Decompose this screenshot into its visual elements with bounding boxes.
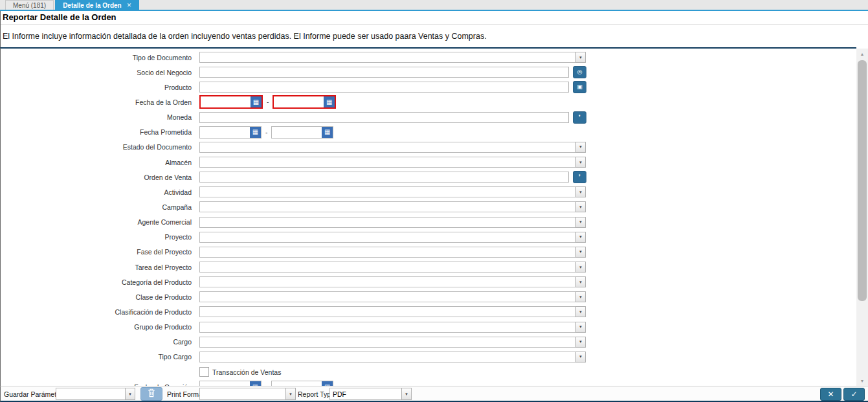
transaccion-de-ventas-checkbox[interactable] (199, 367, 209, 377)
chevron-down-icon[interactable]: ▼ (575, 322, 586, 333)
cancel-button[interactable]: ✕ (820, 388, 841, 401)
chevron-down-icon[interactable]: ▼ (575, 157, 586, 168)
tipo-de-documento-input[interactable] (199, 52, 575, 63)
field-area-transaccion-de-ventas: Transacción de Ventas (199, 367, 281, 377)
calendar-icon[interactable]: ▦ (324, 96, 335, 107)
tarea-del-proyecto-combobox[interactable]: ▼ (199, 262, 586, 273)
process-header: Reportar Detalle de la Orden El Informe … (0, 11, 868, 47)
campana-input[interactable] (199, 201, 575, 212)
almacen-input[interactable] (199, 157, 575, 168)
fecha-de-creacion-to-date-input[interactable] (272, 381, 322, 386)
proyecto-input[interactable] (199, 232, 575, 243)
agente-comercial-combobox[interactable]: ▼ (199, 217, 586, 228)
socio-del-negocio-input[interactable] (199, 67, 569, 78)
calendar-icon[interactable]: ▦ (250, 96, 262, 107)
field-area-agente-comercial: ▼ (199, 217, 586, 228)
calendar-icon[interactable]: ▦ (322, 127, 333, 138)
clase-de-producto-combobox[interactable]: ▼ (199, 291, 586, 302)
print-format-combobox[interactable]: ▼ (199, 388, 296, 400)
field-area-almacen: ▼ (199, 157, 586, 168)
clase-de-producto-input[interactable] (199, 291, 575, 302)
fecha-de-la-orden-to-date-input[interactable] (274, 96, 324, 107)
tab-menu[interactable]: Menú (181) (5, 0, 54, 10)
fecha-de-la-orden-from-date-input[interactable] (201, 96, 250, 107)
tipo-cargo-input[interactable] (199, 352, 575, 363)
scrollbar-thumb[interactable] (858, 60, 867, 301)
tab-detalle-de-la-orden[interactable]: Detalle de la Orden ✕ (55, 0, 139, 10)
chevron-down-icon[interactable]: ▼ (575, 262, 586, 273)
field-label-campana: Campaña (1, 203, 199, 211)
vertical-scrollbar[interactable]: ▲ ▼ (856, 49, 868, 386)
actividad-combobox[interactable]: ▼ (199, 186, 586, 197)
ok-button[interactable]: ✓ (843, 388, 865, 401)
categoria-del-producto-input[interactable] (199, 276, 575, 287)
product-info-icon[interactable]: ▣ (573, 81, 586, 93)
report-type-input[interactable] (329, 388, 401, 400)
field-area-fase-del-proyecto: ▼ (199, 247, 586, 258)
calendar-icon[interactable]: ▦ (322, 381, 333, 386)
tipo-de-documento-combobox[interactable]: ▼ (199, 52, 586, 63)
field-label-estado-del-documento: Estado del Documento (1, 143, 199, 151)
categoria-del-producto-combobox[interactable]: ▼ (199, 276, 586, 287)
chevron-down-icon[interactable]: ▼ (575, 201, 586, 212)
cargo-input[interactable] (199, 337, 575, 348)
clasificacion-de-producto-input[interactable] (199, 306, 575, 317)
almacen-combobox[interactable]: ▼ (199, 157, 586, 168)
field-label-orden-de-venta: Orden de Venta (1, 173, 199, 181)
chevron-down-icon[interactable]: ▼ (575, 186, 586, 197)
close-icon[interactable]: ✕ (127, 2, 132, 8)
parameter-row-fecha-de-la-orden: Fecha de la Orden▦-▦ (1, 95, 856, 109)
fase-del-proyecto-input[interactable] (199, 247, 575, 258)
save-parameter-combobox[interactable]: ▼ (56, 388, 135, 400)
chevron-down-icon[interactable]: ▼ (575, 276, 586, 287)
parameter-row-campana: Campaña▼ (1, 199, 856, 214)
clasificacion-de-producto-combobox[interactable]: ▼ (199, 306, 586, 317)
print-format-input[interactable] (199, 388, 285, 400)
grupo-de-producto-combobox[interactable]: ▼ (199, 322, 586, 333)
orden-de-venta-input[interactable] (199, 172, 569, 183)
fase-del-proyecto-combobox[interactable]: ▼ (199, 247, 586, 258)
fecha-de-creacion-from-date-input[interactable] (200, 381, 250, 386)
field-label-categoria-del-producto: Categoría del Producto (1, 278, 199, 286)
delete-parameter-button[interactable] (140, 387, 162, 401)
fecha-prometida-to-date-input[interactable] (272, 127, 322, 138)
fecha-prometida-from-date-input[interactable] (200, 127, 250, 138)
actividad-input[interactable] (199, 186, 575, 197)
chevron-down-icon[interactable]: ▼ (575, 352, 586, 363)
record-search-icon[interactable]: ◎ (573, 66, 586, 78)
chevron-down-icon[interactable]: ▼ (575, 52, 586, 63)
tarea-del-proyecto-input[interactable] (199, 262, 575, 273)
scroll-up-icon[interactable]: ▲ (856, 49, 868, 59)
parameter-row-clasificacion-de-producto: Clasificación de Producto▼ (1, 304, 856, 319)
field-area-orden-de-venta: ❜ (199, 171, 586, 183)
cargo-combobox[interactable]: ▼ (199, 337, 586, 348)
tipo-cargo-combobox[interactable]: ▼ (199, 352, 586, 363)
search-icon[interactable]: ❜ (573, 111, 586, 124)
chevron-down-icon[interactable]: ▼ (575, 247, 586, 258)
save-parameter-input[interactable] (56, 388, 125, 400)
producto-input[interactable] (199, 82, 569, 93)
chevron-down-icon[interactable]: ▼ (575, 217, 586, 228)
search-icon[interactable]: ❜ (573, 171, 586, 183)
estado-del-documento-input[interactable] (199, 142, 575, 153)
calendar-icon[interactable]: ▦ (250, 127, 261, 138)
estado-del-documento-combobox[interactable]: ▼ (199, 142, 586, 153)
campana-combobox[interactable]: ▼ (199, 201, 586, 212)
chevron-down-icon[interactable]: ▼ (285, 388, 296, 400)
proyecto-combobox[interactable]: ▼ (199, 232, 586, 243)
chevron-down-icon[interactable]: ▼ (575, 291, 586, 302)
chevron-down-icon[interactable]: ▼ (575, 142, 586, 153)
agente-comercial-input[interactable] (199, 217, 575, 228)
report-type-combobox[interactable]: ▼ (329, 388, 412, 400)
fecha-de-creacion-from-datebox: ▦ (199, 381, 262, 386)
chevron-down-icon[interactable]: ▼ (575, 306, 586, 317)
chevron-down-icon[interactable]: ▼ (401, 388, 412, 400)
scroll-down-icon[interactable]: ▼ (856, 375, 868, 386)
grupo-de-producto-input[interactable] (199, 322, 575, 333)
calendar-icon[interactable]: ▦ (250, 381, 261, 386)
chevron-down-icon[interactable]: ▼ (125, 388, 135, 400)
moneda-input[interactable] (199, 112, 569, 123)
chevron-down-icon[interactable]: ▼ (575, 337, 586, 348)
tab-menu-label: Menú (181) (13, 2, 46, 9)
chevron-down-icon[interactable]: ▼ (575, 232, 586, 243)
